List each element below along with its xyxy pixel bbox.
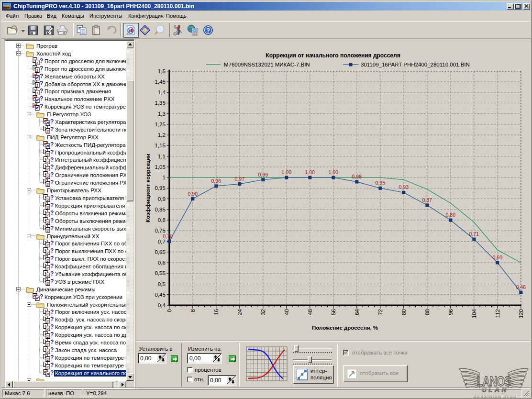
svg-text:2: 2 — [47, 320, 49, 323]
svg-text:2: 2 — [47, 213, 49, 217]
svg-text:2: 2 — [47, 198, 49, 201]
svg-text:0,97: 0,97 — [235, 176, 245, 182]
svg-text:?: ? — [40, 95, 43, 102]
svg-text:0,85: 0,85 — [155, 207, 165, 212]
svg-text:301109_16PART РНН2400_280110.0: 301109_16PART РНН2400_280110.001.BIN — [361, 62, 470, 67]
svg-text:1,45: 1,45 — [155, 79, 165, 85]
svg-text:2: 2 — [47, 130, 49, 133]
svg-text:0,5: 0,5 — [158, 281, 166, 287]
svg-text:0,93: 0,93 — [399, 184, 409, 190]
svg-text:2: 2 — [47, 167, 49, 171]
svg-text:88: 88 — [424, 309, 430, 315]
svg-text:2: 2 — [36, 61, 38, 65]
svg-text:0,71: 0,71 — [469, 231, 479, 237]
svg-text:2: 2 — [47, 327, 49, 331]
svg-text:?: ? — [40, 88, 43, 94]
svg-text:16: 16 — [213, 309, 219, 315]
svg-text:?: ? — [50, 309, 54, 315]
svg-text:1,00: 1,00 — [282, 169, 292, 175]
svg-text:0,65: 0,65 — [155, 249, 165, 255]
svg-text:2: 2 — [47, 153, 49, 156]
svg-text:1,1: 1,1 — [158, 154, 166, 159]
svg-text:?: ? — [50, 362, 54, 368]
svg-text:0,95: 0,95 — [155, 185, 165, 191]
svg-text:?: ? — [40, 73, 43, 79]
svg-text:1,4: 1,4 — [158, 89, 166, 95]
svg-text:1,25: 1,25 — [155, 122, 165, 127]
svg-text:72: 72 — [377, 309, 383, 315]
svg-text:8: 8 — [190, 309, 196, 312]
svg-text:Коррекция от начального положе: Коррекция от начального положения дроссе… — [266, 52, 400, 59]
svg-text:?: ? — [50, 141, 54, 148]
svg-text:2: 2 — [36, 91, 38, 95]
svg-text:1,00: 1,00 — [305, 169, 315, 175]
svg-text:?: ? — [50, 369, 54, 376]
svg-text:2: 2 — [47, 206, 49, 209]
svg-text:1,00: 1,00 — [329, 169, 339, 175]
svg-text:2: 2 — [47, 259, 49, 262]
svg-text:?: ? — [50, 217, 54, 224]
svg-text:2: 2 — [47, 282, 49, 285]
svg-text:2: 2 — [47, 358, 49, 361]
svg-text:Коэффициент коррекции: Коэффициент коррекции — [145, 154, 151, 222]
svg-text:56: 56 — [331, 309, 336, 315]
svg-text:0,6: 0,6 — [158, 260, 166, 266]
svg-text:96: 96 — [448, 309, 454, 315]
svg-text:2: 2 — [47, 335, 49, 338]
svg-text:0,90: 0,90 — [188, 191, 198, 197]
svg-text:104: 104 — [471, 309, 477, 318]
svg-text:1,15: 1,15 — [155, 143, 165, 148]
svg-text:1,35: 1,35 — [155, 100, 165, 106]
svg-text:1,05: 1,05 — [155, 164, 165, 170]
svg-text:?: ? — [50, 194, 54, 201]
svg-text:2: 2 — [47, 229, 49, 232]
svg-text:?: ? — [40, 293, 43, 300]
svg-text:2: 2 — [47, 366, 49, 369]
svg-text:?: ? — [50, 270, 54, 277]
svg-text:0,4: 0,4 — [158, 302, 166, 308]
svg-text:?: ? — [40, 103, 43, 110]
svg-text:?: ? — [50, 210, 54, 216]
svg-text:112: 112 — [495, 309, 500, 318]
svg-text:0,95: 0,95 — [376, 180, 386, 186]
svg-text:2: 2 — [47, 274, 49, 277]
svg-text:0,8: 0,8 — [158, 217, 166, 223]
svg-text:?: ? — [50, 323, 54, 330]
svg-text:?: ? — [50, 255, 54, 262]
svg-text:2: 2 — [36, 84, 38, 87]
svg-text:32: 32 — [260, 309, 266, 315]
svg-text:1,3: 1,3 — [158, 111, 166, 117]
svg-text:0,70: 0,70 — [163, 233, 173, 239]
svg-text:2: 2 — [36, 69, 38, 72]
svg-text:0: 0 — [166, 309, 172, 312]
svg-text:2: 2 — [47, 343, 49, 346]
svg-text:?: ? — [50, 149, 54, 155]
svg-text:0,75: 0,75 — [155, 228, 165, 233]
svg-text:?: ? — [50, 263, 54, 269]
svg-text:80: 80 — [401, 309, 407, 315]
svg-text:0,55: 0,55 — [155, 270, 165, 276]
svg-text:0,98: 0,98 — [352, 174, 362, 179]
svg-text:?: ? — [50, 354, 54, 361]
svg-text:Положение дросселя, %: Положение дросселя, % — [312, 325, 378, 331]
svg-text:1,5: 1,5 — [158, 68, 166, 74]
svg-text:2: 2 — [47, 350, 49, 354]
svg-text:0,96: 0,96 — [211, 178, 222, 184]
svg-text:?: ? — [50, 240, 54, 246]
svg-text:120: 120 — [518, 309, 524, 318]
svg-text:2: 2 — [47, 160, 49, 164]
svg-text:?: ? — [50, 171, 54, 178]
svg-text:0,87: 0,87 — [422, 197, 432, 203]
svg-text:1,2: 1,2 — [158, 132, 166, 138]
svg-text:?: ? — [40, 65, 43, 72]
svg-text:?: ? — [40, 80, 43, 87]
svg-text:48: 48 — [307, 309, 313, 315]
svg-text:?: ? — [50, 202, 54, 209]
svg-text:?: ? — [50, 225, 54, 232]
svg-text:0,9: 0,9 — [158, 196, 166, 202]
svg-text:0,46: 0,46 — [516, 284, 526, 290]
svg-text:0,60: 0,60 — [493, 255, 503, 260]
svg-text:2: 2 — [47, 244, 49, 247]
svg-text:?: ? — [50, 339, 54, 345]
svg-text:?: ? — [50, 156, 54, 163]
